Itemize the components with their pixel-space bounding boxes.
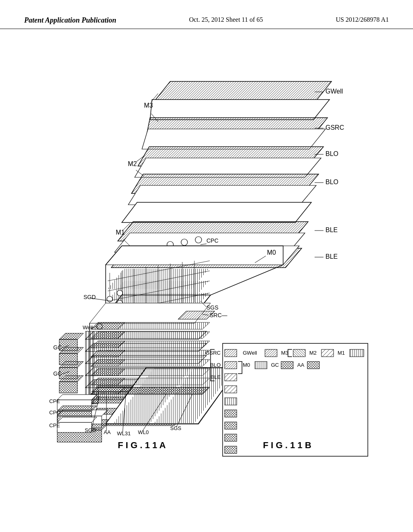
gap-region	[122, 202, 311, 222]
svg-rect-137	[225, 422, 237, 429]
cpc-via-2	[181, 239, 188, 245]
svg-marker-73	[118, 350, 210, 357]
svg-marker-84	[57, 417, 97, 422]
m1-label: M1	[116, 229, 125, 236]
svg-text:GWell: GWell	[243, 350, 257, 356]
svg-point-54	[117, 290, 123, 296]
svg-text:M3: M3	[281, 350, 288, 356]
publication-title: Patent Application Publication	[24, 16, 116, 25]
svg-rect-119	[225, 374, 237, 381]
sheet-info: Oct. 25, 2012 Sheet 11 of 65	[189, 16, 263, 23]
svg-rect-121	[265, 349, 277, 357]
svg-text:BLE: BLE	[211, 374, 221, 380]
svg-rect-115	[225, 349, 237, 357]
diagram-container: GWell GSRC BLO BLO BLE BLE M0	[25, 41, 388, 505]
svg-marker-71	[118, 332, 210, 339]
separator-1	[142, 129, 325, 149]
cpe-label-2: CPE	[49, 422, 60, 428]
fig11b-title: F I G . 1 1 B	[263, 440, 311, 450]
svg-rect-125	[321, 349, 334, 357]
blo-label-2: BLO	[325, 179, 338, 185]
sgd-bottom-label: SGD	[85, 427, 96, 433]
svg-marker-72	[118, 341, 210, 348]
ble-label-2: BLE	[325, 253, 338, 260]
m0-label: M0	[267, 249, 276, 256]
svg-marker-74	[118, 360, 210, 366]
svg-marker-75	[118, 369, 210, 376]
svg-rect-139	[225, 446, 237, 453]
svg-rect-127	[350, 349, 364, 357]
fig11a-title: F I G . 1 1 A	[118, 440, 166, 450]
svg-marker-12	[59, 333, 83, 339]
m3-label: M3	[144, 102, 153, 109]
ble-label-1: BLE	[325, 227, 338, 233]
svg-text:GSRC: GSRC	[205, 350, 221, 356]
sgs-label: SGS	[206, 304, 219, 311]
svg-text:M1: M1	[338, 350, 345, 356]
svg-marker-82	[57, 395, 97, 400]
gc-label-2: GC	[53, 370, 62, 377]
svg-text:M0: M0	[243, 362, 250, 368]
wl31-label: WL31	[117, 430, 131, 436]
svg-rect-133	[307, 362, 319, 369]
wl0-label: WL0	[138, 429, 149, 435]
svg-text:GC: GC	[271, 362, 279, 368]
patent-number: US 2012/268978 A1	[336, 16, 389, 23]
cpc-via-3	[195, 237, 202, 243]
svg-rect-136	[225, 410, 237, 417]
svg-marker-83	[57, 406, 97, 411]
svg-marker-70	[118, 322, 210, 329]
svg-rect-117	[225, 362, 237, 369]
svg-rect-123	[293, 349, 305, 357]
svg-text:M2: M2	[309, 350, 317, 356]
cpc-label: CPC	[206, 237, 219, 244]
separator-3	[128, 185, 316, 205]
src-label: SRC—	[210, 312, 227, 318]
well-label: Well	[83, 324, 93, 330]
page-header: Patent Application Publication Oct. 25, …	[0, 0, 413, 29]
gc-left-region	[59, 333, 83, 393]
gwell-white-strip	[150, 100, 330, 120]
m2-label: M2	[128, 160, 137, 167]
svg-rect-134	[225, 386, 237, 393]
patent-diagram-svg: GWell GSRC BLO BLO BLE BLE M0	[25, 41, 388, 505]
svg-rect-129	[255, 362, 267, 369]
gsrc-label: GSRC	[325, 124, 344, 131]
svg-text:BLO: BLO	[210, 362, 221, 368]
svg-rect-131	[281, 362, 293, 369]
sgd-label: SGD	[83, 294, 96, 300]
gc-label-1: GC	[53, 344, 62, 351]
svg-marker-76	[118, 378, 210, 385]
svg-text:AA: AA	[297, 362, 305, 368]
svg-rect-11	[59, 382, 77, 393]
svg-rect-138	[225, 434, 237, 441]
svg-rect-135	[225, 398, 237, 405]
cpe-label-1: CPE	[49, 398, 60, 404]
gwell-top-face	[154, 81, 332, 102]
svg-rect-113	[223, 343, 368, 456]
cpo-label: CPO	[49, 409, 60, 416]
fig11b-legend: GSRC BLO BLE GWell M3 M2	[205, 343, 368, 456]
sgs-bottom-label: SGS	[170, 425, 181, 431]
aa-label: AA	[104, 429, 111, 435]
main-content: GWell GSRC BLO BLO BLE BLE M0	[0, 29, 413, 521]
blo-label-1: BLO	[325, 150, 338, 157]
gwell-label: GWell	[325, 88, 343, 95]
